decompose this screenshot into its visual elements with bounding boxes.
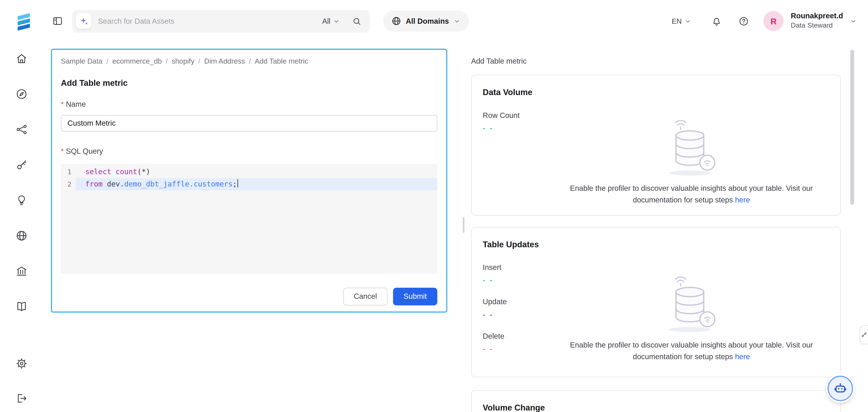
breadcrumb-item[interactable]: Sample Data <box>61 57 102 65</box>
scrollbar[interactable] <box>850 50 854 205</box>
metric-label: Update <box>483 298 554 306</box>
language-dropdown[interactable]: EN <box>672 17 692 25</box>
metric-update: Update - - <box>483 298 554 319</box>
card-title: Table Updates <box>483 240 829 249</box>
user-menu-chevron[interactable] <box>850 18 857 25</box>
breadcrumb-separator: / <box>166 57 167 65</box>
breadcrumb-item-current: Add Table metric <box>255 57 308 65</box>
left-nav-rail <box>0 42 43 412</box>
volume-change-card: Volume Change <box>471 390 841 412</box>
metric-label: Insert <box>483 263 554 272</box>
right-panel-handle[interactable] <box>860 325 868 344</box>
gear-icon <box>16 357 28 370</box>
atlan-logo[interactable] <box>13 10 34 32</box>
form-actions: Cancel Submit <box>61 288 437 305</box>
ai-sparkle-icon[interactable] <box>76 13 91 29</box>
profiler-note: Enable the profiler to discover valuable… <box>554 340 829 363</box>
cancel-button[interactable]: Cancel <box>343 288 388 305</box>
sidebar-item-access[interactable] <box>16 159 28 171</box>
card-title: Data Volume <box>483 87 829 97</box>
chevron-down-icon <box>850 18 857 25</box>
breadcrumb-separator: / <box>198 57 200 65</box>
bank-icon <box>16 265 28 277</box>
text-caret <box>238 179 238 187</box>
lineage-mini-icon <box>861 332 867 338</box>
metric-insert: Insert - - <box>483 263 554 285</box>
network-icon <box>16 123 28 135</box>
app-root: Search for Data Assets All All Domains E… <box>0 0 868 412</box>
metric-value: - - <box>483 123 554 132</box>
domains-dropdown[interactable]: All Domains <box>383 10 469 32</box>
search-scope-dropdown[interactable]: All <box>322 17 340 25</box>
bell-icon <box>712 16 722 26</box>
docs-link[interactable]: here <box>735 352 750 361</box>
metric-row-count: Row Count - - <box>483 111 554 132</box>
search-placeholder: Search for Data Assets <box>98 17 174 25</box>
breadcrumb-separator: / <box>249 57 251 65</box>
sidebar-item-governance[interactable] <box>16 265 28 277</box>
database-illustration <box>658 277 725 334</box>
editor-code-area[interactable]: select count(*) from dev.demo_dbt_jaffle… <box>76 164 437 274</box>
sidebar-item-home[interactable] <box>16 53 28 65</box>
metric-value: - - <box>483 310 554 319</box>
lightbulb-icon <box>16 194 28 206</box>
logout-icon <box>16 392 28 405</box>
table-updates-card: Table Updates Insert - - Update - - Dele… <box>471 227 841 377</box>
global-search-bar[interactable]: Search for Data Assets All <box>72 10 370 32</box>
name-input[interactable] <box>61 115 437 132</box>
metric-value: - - <box>483 276 554 284</box>
metric-label: Row Count <box>483 111 554 120</box>
avatar-initial: R <box>771 17 777 26</box>
breadcrumb-separator: / <box>106 57 108 65</box>
breadcrumb: Sample Data / ecommerce_db / shopify / D… <box>61 57 437 65</box>
metric-cards: Data Volume Row Count - - Enable the pro… <box>471 74 841 412</box>
chevron-down-icon <box>333 18 340 25</box>
preview-panel-title: Add Table metric <box>471 57 527 65</box>
main-content: Sample Data / ecommerce_db / shopify / D… <box>43 42 868 412</box>
breadcrumb-item[interactable]: ecommerce_db <box>112 57 162 65</box>
top-header: Search for Data Assets All All Domains E… <box>0 0 868 42</box>
sidebar-toggle-button[interactable] <box>52 15 63 27</box>
sidebar-item-settings[interactable] <box>16 357 28 370</box>
panel-toggle-icon <box>52 15 63 27</box>
name-label-text: Name <box>66 100 86 108</box>
chat-assistant-button[interactable] <box>828 376 853 401</box>
required-mark: * <box>61 100 64 109</box>
chevron-down-icon <box>684 18 691 25</box>
sidebar-item-logout[interactable] <box>16 392 28 405</box>
sidebar-item-insights[interactable] <box>16 194 28 206</box>
user-menu[interactable]: Rounakpreet.d Data Steward <box>791 12 843 30</box>
globe-icon <box>391 16 401 26</box>
add-metric-form-panel: Sample Data / ecommerce_db / shopify / D… <box>51 49 447 313</box>
metric-value: - - <box>483 344 554 353</box>
docs-link[interactable]: here <box>735 196 750 204</box>
breadcrumb-item[interactable]: shopify <box>172 57 194 65</box>
line-number: 2 <box>61 178 76 190</box>
sidebar-item-reporting[interactable] <box>16 300 28 313</box>
key-icon <box>16 159 28 171</box>
breadcrumb-item[interactable]: Dim Address <box>204 57 245 65</box>
book-icon <box>16 300 28 313</box>
sidebar-item-web[interactable] <box>16 230 28 242</box>
code-line-2-active: from dev.demo_dbt_jaffle.customers; <box>76 178 437 190</box>
metric-delete: Delete - - <box>483 332 554 353</box>
sql-editor[interactable]: 1 2 select count(*) from dev.demo_dbt_ja… <box>61 164 437 274</box>
code-line-1: select count(*) <box>76 166 437 178</box>
question-circle-icon <box>739 16 749 26</box>
sidebar-item-discover[interactable] <box>16 88 28 100</box>
form-title: Add Table metric <box>61 78 437 88</box>
submit-button[interactable]: Submit <box>393 288 437 305</box>
search-icon[interactable] <box>352 17 362 26</box>
data-volume-card: Data Volume Row Count - - Enable the pro… <box>471 74 841 216</box>
card-title: Volume Change <box>483 403 829 412</box>
panel-resize-handle[interactable] <box>463 217 464 233</box>
required-mark: * <box>61 147 64 156</box>
avatar[interactable]: R <box>764 11 783 31</box>
sql-field-label: * SQL Query <box>61 147 437 156</box>
help-button[interactable] <box>739 16 749 26</box>
editor-gutter: 1 2 <box>61 164 76 274</box>
home-icon <box>16 53 28 65</box>
globe-icon <box>16 230 28 242</box>
sidebar-item-lineage[interactable] <box>16 123 28 135</box>
notifications-button[interactable] <box>712 16 722 26</box>
